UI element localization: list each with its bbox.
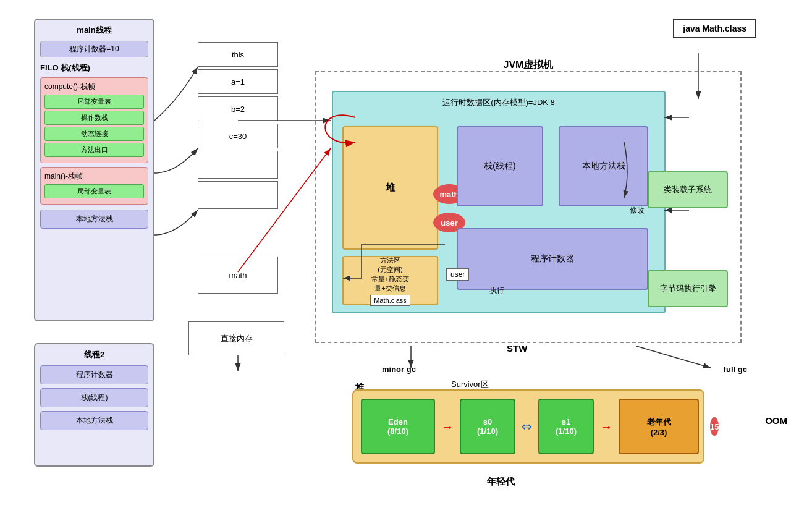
thread2-panel: 线程2 程序计数器 栈(线程) 本地方法栈	[34, 343, 154, 467]
native-runtime-box: 本地方法栈	[559, 126, 648, 206]
oom-label: OOM	[765, 415, 787, 426]
java-class-box: java Math.class	[673, 19, 756, 38]
filo-label: FILO 栈(线程)	[40, 62, 148, 74]
stack-item-this: this	[198, 42, 278, 67]
runtime-title: 运行时数据区(内存模型)=JDK 8	[338, 97, 659, 108]
local-vars: 局部变量表	[44, 95, 144, 109]
s0-fraction: (1/10)	[477, 426, 498, 436]
survivor-text: Survivor区	[451, 379, 489, 390]
method-area-text: 方法区 (元空间) 常量+静态变 量+类信息	[371, 256, 409, 293]
method-exit: 方法出口	[44, 143, 144, 157]
stack-item-c: c=30	[198, 124, 278, 148]
stack-item-empty1	[198, 151, 278, 179]
arrow-s1-old: →	[600, 420, 612, 434]
eden-label: Eden	[388, 417, 408, 426]
bytecode-label: 字节码执行引擎	[660, 283, 716, 294]
runtime-panel: 运行时数据区(内存模型)=JDK 8 堆 math user 方法区 (元空间)…	[332, 91, 666, 313]
stack-boxes: this a=1 b=2 c=30	[198, 42, 278, 211]
class-loader-box: 类装载子系统	[648, 171, 728, 208]
pc-box: 程序计数器	[457, 228, 648, 290]
arrow-eden-s0: →	[441, 420, 454, 434]
main-frame: main()-栈帧 局部变量表	[40, 167, 148, 205]
heap-label: 堆	[386, 182, 395, 195]
full-gc-label: full gc	[724, 365, 747, 374]
s1-box: s1 (1/10)	[538, 399, 594, 454]
old-gen-label: 老年代	[647, 417, 671, 428]
stack-runtime-label: 栈(线程)	[484, 161, 515, 172]
stack-item-b: b=2	[198, 96, 278, 121]
thread2-title: 线程2	[40, 349, 148, 360]
main-thread-title: main线程	[40, 25, 148, 36]
mathclass-label: Math.class	[370, 295, 410, 306]
eden-box: Eden (8/10)	[361, 399, 435, 454]
s0-box: s0 (1/10)	[460, 399, 515, 454]
s1-fraction: (1/10)	[556, 426, 577, 436]
badge-15: 15	[710, 417, 719, 436]
arrow-s0-s1: ⇔	[522, 419, 532, 434]
heap-section: Eden (8/10) → s0 (1/10) ⇔ s1 (1/10) → 老年…	[352, 389, 704, 464]
execute-label: 执行	[489, 286, 504, 296]
stack-item-a: a=1	[198, 69, 278, 94]
old-gen-fraction: (2/3)	[651, 428, 667, 437]
pc-label: 程序计数器	[531, 253, 574, 265]
operand-stack: 操作数栈	[44, 111, 144, 125]
jvm-panel: JVM虚拟机 运行时数据区(内存模型)=JDK 8 堆 math user 方法…	[315, 71, 742, 343]
dynamic-link: 动态链接	[44, 127, 144, 141]
compute-frame: compute()-栈帧 局部变量表 操作数栈 动态链接 方法出口	[40, 77, 148, 163]
young-gen-label: 年轻代	[408, 476, 593, 488]
native-runtime-label: 本地方法栈	[582, 161, 625, 172]
compute-frame-title: compute()-栈帧	[44, 82, 144, 92]
minor-gc-label: minor gc	[382, 365, 416, 374]
method-area-box: 方法区 (元空间) 常量+静态变 量+类信息 Math.class	[342, 256, 438, 305]
main-frame-title: main()-栈帧	[44, 171, 144, 182]
stw-label: STW	[507, 343, 527, 354]
stack-item-empty2	[198, 181, 278, 209]
native-method: 本地方法栈	[40, 210, 148, 229]
main-thread-panel: main线程 程序计数器=10 FILO 栈(线程) compute()-栈帧 …	[34, 19, 154, 321]
bytecode-box: 字节码执行引擎	[648, 270, 728, 307]
stack-runtime-box: 栈(线程)	[457, 126, 543, 206]
thread2-native: 本地方法栈	[40, 411, 148, 430]
main-local-vars: 局部变量表	[44, 184, 144, 198]
direct-memory: 直接内存	[188, 321, 284, 355]
s0-label: s0	[483, 417, 492, 426]
eden-fraction: (8/10)	[387, 426, 408, 436]
jvm-title: JVM虚拟机	[504, 59, 554, 72]
math-box: math	[198, 257, 278, 294]
modify-label: 修改	[630, 205, 645, 216]
old-gen-box: 老年代 (2/3)	[619, 399, 699, 454]
user-label-box: user	[446, 268, 469, 281]
class-loader-label: 类装载子系统	[664, 184, 712, 195]
program-counter: 程序计数器=10	[40, 41, 148, 57]
s1-label: s1	[562, 417, 570, 426]
thread2-counter: 程序计数器	[40, 365, 148, 384]
heap-box: 堆 math user	[342, 126, 438, 250]
thread2-stack: 栈(线程)	[40, 388, 148, 407]
